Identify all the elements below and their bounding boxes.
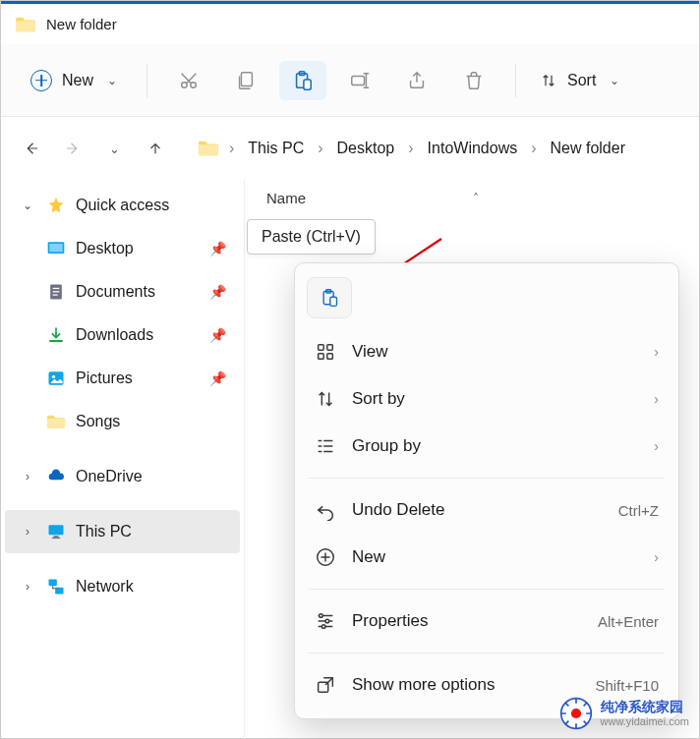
star-icon: [46, 196, 66, 215]
svg-rect-18: [52, 538, 60, 539]
menu-item-properties[interactable]: Properties Alt+Enter: [305, 597, 669, 645]
pin-icon: 📌: [209, 284, 226, 300]
pictures-icon: [46, 369, 66, 388]
pin-icon: 📌: [209, 327, 226, 343]
menu-item-label: View: [352, 342, 388, 362]
svg-rect-5: [304, 80, 311, 89]
chevron-down-icon: ⌄: [109, 142, 120, 156]
sort-icon: [315, 388, 336, 410]
navigation-row: ⌄ › This PC › Desktop › IntoWindows › Ne…: [1, 117, 699, 180]
command-bar: New ⌄ Sort ⌄: [1, 44, 699, 117]
menu-item-label: Properties: [352, 611, 428, 631]
separator: [146, 64, 147, 97]
svg-rect-11: [53, 291, 60, 292]
sidebar-item-pictures[interactable]: Pictures 📌: [5, 357, 240, 400]
context-command-bar: [305, 273, 669, 328]
menu-item-group-by[interactable]: Group by ›: [305, 423, 669, 470]
chevron-down-icon: ⌄: [610, 74, 619, 87]
back-button[interactable]: [15, 132, 48, 165]
svg-rect-17: [54, 536, 59, 538]
svg-rect-13: [49, 340, 62, 342]
separator: [309, 478, 665, 479]
cut-button[interactable]: [165, 61, 212, 100]
sidebar-item-onedrive[interactable]: › OneDrive: [5, 455, 240, 498]
sidebar-item-downloads[interactable]: Downloads 📌: [5, 313, 240, 357]
svg-rect-6: [352, 76, 365, 85]
sidebar-item-label: Downloads: [76, 326, 153, 344]
watermark-url: www.yidaimei.com: [601, 715, 689, 727]
breadcrumb-item[interactable]: IntoWindows: [424, 136, 522, 161]
new-button[interactable]: New ⌄: [19, 61, 129, 100]
expand-icon: [315, 674, 336, 696]
breadcrumb-item[interactable]: Desktop: [333, 136, 399, 161]
chevron-right-icon: ›: [225, 136, 238, 161]
shortcut-label: Ctrl+Z: [618, 502, 659, 519]
svg-rect-27: [319, 354, 324, 360]
sidebar-item-documents[interactable]: Documents 📌: [5, 270, 240, 313]
menu-item-undo-delete[interactable]: Undo Delete Ctrl+Z: [305, 486, 669, 534]
onedrive-icon: [46, 467, 66, 486]
new-button-label: New: [62, 72, 93, 89]
chevron-right-icon: ›: [527, 136, 540, 161]
sidebar-item-quick-access[interactable]: ⌄ Quick access: [5, 184, 240, 227]
sidebar-item-desktop[interactable]: Desktop 📌: [5, 227, 240, 270]
trash-icon: [463, 70, 485, 91]
sidebar-item-label: Desktop: [76, 240, 134, 257]
svg-rect-12: [53, 295, 58, 296]
shortcut-label: Shift+F10: [595, 677, 659, 694]
menu-item-view[interactable]: View ›: [305, 328, 669, 375]
svg-rect-26: [327, 345, 333, 351]
share-button[interactable]: [393, 61, 440, 100]
context-paste-button[interactable]: [307, 277, 352, 318]
svg-rect-19: [49, 580, 57, 587]
chevron-right-icon: ›: [19, 580, 36, 594]
downloads-icon: [46, 325, 66, 345]
network-icon: [46, 577, 66, 597]
sort-icon: [540, 72, 557, 89]
rename-icon: [349, 70, 371, 91]
chevron-right-icon: ›: [654, 438, 659, 454]
chevron-right-icon: ›: [404, 136, 417, 161]
column-header[interactable]: Name ˄: [266, 190, 479, 206]
paste-icon: [292, 70, 314, 91]
forward-button[interactable]: [56, 132, 89, 165]
up-button[interactable]: [139, 132, 172, 165]
svg-point-35: [570, 709, 580, 718]
group-icon: [315, 435, 336, 457]
menu-item-new[interactable]: New ›: [305, 534, 669, 581]
separator: [515, 64, 516, 97]
arrow-right-icon: [64, 140, 82, 157]
breadcrumb-item[interactable]: This PC: [244, 136, 308, 161]
folder-icon: [15, 16, 36, 33]
sidebar-item-songs[interactable]: Songs: [5, 400, 240, 443]
undo-icon: [315, 499, 336, 521]
sidebar-item-network[interactable]: › Network: [5, 565, 240, 608]
sidebar-item-label: Documents: [76, 283, 155, 301]
content-pane[interactable]: Name ˄ Paste (Ctrl+V) V: [245, 180, 699, 739]
file-explorer-window: New folder New ⌄ Sort: [0, 0, 700, 739]
sidebar-item-label: OneDrive: [76, 468, 143, 485]
menu-item-sort-by[interactable]: Sort by ›: [305, 375, 669, 423]
chevron-right-icon: ›: [314, 136, 326, 161]
chevron-down-icon: ⌄: [107, 74, 117, 87]
sidebar-item-this-pc[interactable]: › This PC: [5, 510, 240, 553]
paste-button[interactable]: [279, 61, 326, 100]
sort-ascending-icon: ˄: [473, 192, 479, 205]
menu-item-label: Undo Delete: [352, 500, 445, 520]
documents-icon: [46, 282, 66, 302]
delete-button[interactable]: [450, 61, 497, 100]
breadcrumb[interactable]: › This PC › Desktop › IntoWindows › New …: [198, 136, 629, 161]
breadcrumb-item[interactable]: New folder: [547, 136, 629, 161]
rename-button[interactable]: [336, 61, 383, 100]
recent-button[interactable]: ⌄: [97, 132, 131, 165]
menu-item-label: New: [352, 547, 385, 567]
copy-button[interactable]: [222, 61, 269, 100]
svg-point-1: [191, 82, 197, 87]
sort-button[interactable]: Sort ⌄: [540, 72, 619, 89]
svg-rect-10: [53, 288, 60, 289]
view-icon: [315, 341, 336, 363]
svg-rect-24: [330, 297, 337, 306]
separator: [309, 589, 665, 590]
column-name-label: Name: [266, 190, 306, 206]
body: ⌄ Quick access Desktop 📌 Documents 📌 Dow…: [1, 180, 699, 739]
